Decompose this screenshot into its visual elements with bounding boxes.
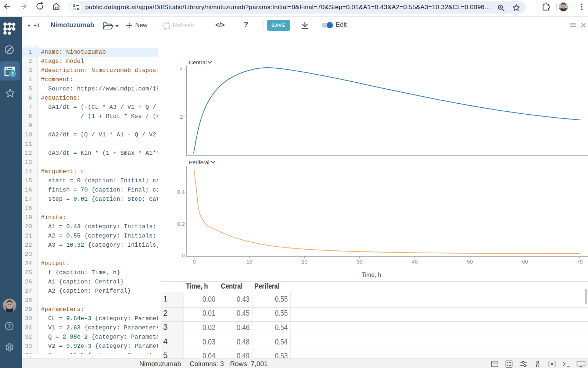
svg-text:10: 10 [246,259,252,265]
svg-text:30: 30 [356,259,362,265]
svg-text:Central: Central [189,59,207,65]
svg-text:0: 0 [193,259,196,265]
svg-text:1: 1 [11,71,14,76]
svg-text:60: 60 [522,259,528,265]
svg-text:70: 70 [577,259,582,265]
svg-text:?: ? [8,323,11,329]
svg-text:0.2: 0.2 [177,221,184,227]
svg-text:20: 20 [301,259,307,265]
svg-text:2: 2 [180,114,183,120]
svg-text:Periferal: Periferal [189,159,209,165]
svg-text:Time, h: Time, h [362,272,381,278]
svg-text:0: 0 [182,253,184,258]
svg-text:40: 40 [412,259,417,265]
svg-text:4: 4 [180,66,183,72]
svg-text:0.4: 0.4 [177,189,184,195]
svg-text:50: 50 [467,259,473,265]
